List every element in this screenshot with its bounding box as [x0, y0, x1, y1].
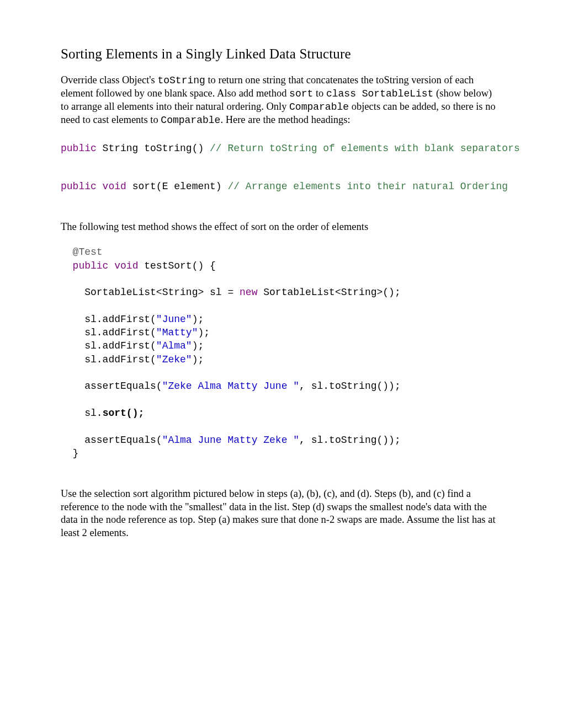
close-brace: } — [61, 448, 78, 459]
string-alma: "Alma" — [156, 340, 192, 351]
assert-after-b: , sl.toString()); — [299, 435, 401, 446]
line-add-june-a: sl.addFirst( — [61, 314, 156, 325]
assert-before-b: , sl.toString()); — [299, 381, 401, 392]
comment-1: // Return toString of elements with blan… — [210, 143, 520, 154]
test-method-block: @Test public void testSort() { SortableL… — [61, 245, 502, 460]
keyword-public-1: public — [61, 143, 97, 154]
code-inline-comparable: Comparable — [289, 101, 349, 113]
intro-text-6: . Here are the method headings: — [220, 114, 350, 125]
keyword-public-void-2: public void — [73, 260, 139, 271]
paren-4: ); — [192, 354, 204, 365]
code-inline-class: class SortableList — [326, 88, 433, 99]
intro-text-1: Override class Object's — [61, 74, 157, 85]
sort-call-bold: sort(); — [103, 408, 145, 419]
code-inline-sort: sort — [289, 88, 313, 99]
code-inline-tostring: toString — [157, 75, 205, 86]
line-add-alma-a: sl.addFirst( — [61, 340, 156, 351]
code-inline-comparable2: Comparable — [161, 115, 220, 126]
line-add-matty-a: sl.addFirst( — [61, 327, 156, 338]
document-page: Sorting Elements in a Singly Linked Data… — [0, 0, 563, 728]
assert-after-a: assertEquals( — [61, 435, 162, 446]
indent-1 — [61, 247, 73, 258]
paren-3: ); — [192, 340, 204, 351]
testsort-decl: testSort() { — [138, 260, 215, 271]
final-paragraph: Use the selection sort algorithm picture… — [61, 488, 502, 540]
annotation-test: @Test — [73, 247, 103, 258]
page-title: Sorting Elements in a Singly Linked Data… — [61, 46, 502, 62]
string-assert-after: "Alma June Matty Zeke " — [162, 435, 299, 446]
intro-text-3: to — [313, 88, 326, 99]
string-zeke: "Zeke" — [156, 354, 192, 365]
sig2-rest: sort(E element) — [126, 181, 228, 192]
sig1-rest: String toString() — [97, 143, 210, 154]
assert-before-a: assertEquals( — [61, 381, 162, 392]
keyword-new: new — [240, 287, 257, 298]
paren-2: ); — [198, 327, 210, 338]
line-sl-decl-a: SortableList<String> sl = — [61, 287, 240, 298]
line-sl-decl-b: SortableList<String>(); — [257, 287, 400, 298]
line-add-zeke-a: sl.addFirst( — [61, 354, 156, 365]
paren-1: ); — [192, 314, 204, 325]
string-assert-before: "Zeke Alma Matty June " — [162, 381, 299, 392]
string-matty: "Matty" — [156, 327, 198, 338]
keyword-public-void: public void — [61, 181, 126, 192]
sort-call-a: sl. — [61, 408, 103, 419]
method-signatures-block: public String toString() // Return toStr… — [61, 139, 502, 196]
string-june: "June" — [156, 314, 192, 325]
indent-2 — [61, 260, 73, 271]
intro-paragraph: Override class Object's toString to retu… — [61, 74, 502, 127]
comment-2: // Arrange elements into their natural O… — [227, 181, 508, 192]
middle-paragraph: The following test method shows the effe… — [61, 221, 502, 234]
